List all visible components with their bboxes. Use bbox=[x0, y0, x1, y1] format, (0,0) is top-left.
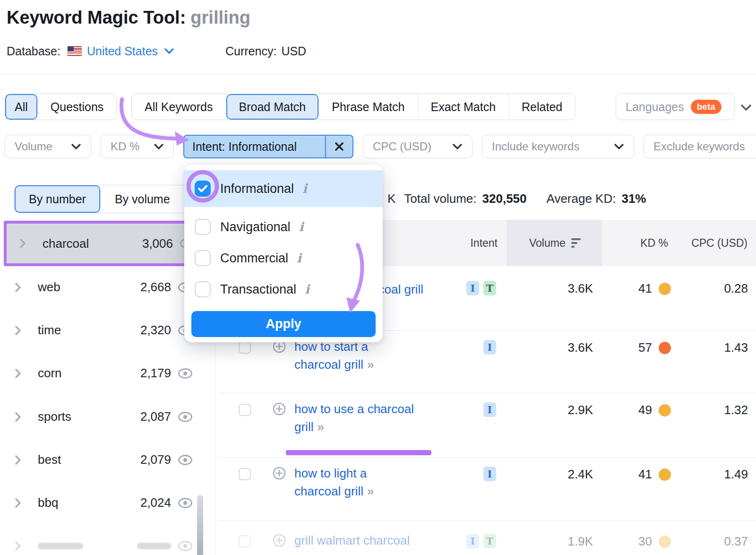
intent-badges: I bbox=[483, 340, 496, 355]
option-label[interactable]: Informational bbox=[220, 182, 294, 196]
row-checkbox[interactable] bbox=[239, 341, 251, 354]
header-kd[interactable]: KD % bbox=[640, 220, 668, 266]
sidebar-group-bbq[interactable]: bbq 2,024 bbox=[14, 481, 193, 524]
add-to-list-icon[interactable] bbox=[272, 402, 286, 416]
tab-phrase-match[interactable]: Phrase Match bbox=[319, 94, 418, 120]
header-cpc[interactable]: CPC (USD) bbox=[691, 220, 747, 266]
keyword-link[interactable]: grill walmart charcoal bbox=[294, 531, 410, 549]
chevron-right-icon[interactable] bbox=[19, 238, 26, 249]
eye-icon[interactable] bbox=[178, 368, 193, 379]
header-volume[interactable]: Volume bbox=[529, 220, 581, 266]
chevron-right-icon[interactable] bbox=[14, 497, 22, 509]
sidebar-group-count: 2,668 bbox=[140, 280, 171, 295]
add-to-list-icon[interactable] bbox=[272, 466, 286, 480]
info-icon[interactable]: i bbox=[297, 251, 301, 265]
sidebar-group-corn[interactable]: corn 2,179 bbox=[14, 352, 193, 395]
kd-filter-button[interactable]: KD % bbox=[101, 135, 174, 158]
option-navigational[interactable]: Navigational i bbox=[184, 212, 383, 242]
option-transactional[interactable]: Transactional i bbox=[184, 274, 383, 304]
chevron-right-icon[interactable] bbox=[14, 454, 22, 466]
row-checkbox[interactable] bbox=[239, 404, 251, 416]
sidebar-group-label[interactable]: bbq bbox=[38, 495, 58, 510]
expand-keyword-icon[interactable]: » bbox=[367, 357, 374, 372]
annotation-underline bbox=[286, 450, 431, 455]
languages-dropdown[interactable]: Languages beta bbox=[616, 94, 735, 120]
row-checkbox[interactable] bbox=[239, 468, 251, 480]
eye-icon[interactable] bbox=[178, 454, 193, 466]
chevron-right-icon[interactable] bbox=[14, 325, 22, 336]
info-icon[interactable]: i bbox=[305, 282, 309, 296]
intent-transactional-badge: T bbox=[483, 281, 496, 295]
info-icon[interactable]: i bbox=[299, 220, 304, 234]
database-value-link[interactable]: United States bbox=[87, 44, 158, 58]
database-selector[interactable]: Database: United States bbox=[7, 43, 175, 60]
volume-filter-button[interactable]: Volume bbox=[5, 135, 91, 158]
sidebar-group-time[interactable]: time 2,320 bbox=[14, 309, 193, 352]
tab-all[interactable]: All bbox=[5, 94, 38, 120]
sidebar-group-label[interactable]: sports bbox=[38, 409, 71, 424]
intent-filter-chip[interactable]: Intent: Informational bbox=[183, 135, 353, 158]
info-icon[interactable]: i bbox=[302, 182, 307, 196]
include-keywords-filter-button[interactable]: Include keywords bbox=[482, 135, 634, 158]
sidebar-group-count: 2,087 bbox=[140, 409, 171, 424]
tab-exact-match[interactable]: Exact Match bbox=[418, 94, 509, 120]
option-commercial[interactable]: Commercial i bbox=[184, 243, 383, 273]
checkbox-unchecked[interactable] bbox=[195, 281, 211, 297]
chevron-right-icon[interactable] bbox=[14, 282, 22, 293]
keyword-link[interactable]: how to start a charcoal grill» bbox=[294, 338, 410, 373]
eye-icon[interactable] bbox=[178, 411, 193, 423]
sidebar-group-best[interactable]: best 2,079 bbox=[14, 438, 193, 481]
option-informational[interactable]: Informational i bbox=[184, 170, 383, 207]
exclude-keywords-filter-button[interactable]: Exclude keywords bbox=[644, 135, 756, 158]
chevron-down-icon[interactable] bbox=[740, 104, 752, 112]
keyword-link[interactable]: how to light a charcoal grill» bbox=[294, 464, 410, 500]
intent-chip-label[interactable]: Intent: Informational bbox=[184, 136, 325, 157]
keyword-link[interactable]: how to use a charcoal grill» bbox=[294, 400, 434, 436]
apply-button[interactable]: Apply bbox=[191, 311, 376, 337]
kd-difficulty-dot bbox=[659, 342, 671, 354]
chevron-down-icon bbox=[71, 143, 81, 150]
expand-keyword-icon[interactable]: » bbox=[317, 420, 324, 434]
chevron-down-icon bbox=[452, 143, 463, 150]
cutoff-count bbox=[137, 543, 171, 549]
sidebar-group-label[interactable]: charcoal bbox=[43, 236, 89, 251]
expand-keyword-icon[interactable]: » bbox=[367, 484, 374, 498]
sidebar-group-partial bbox=[14, 524, 193, 555]
tab-broad-match[interactable]: Broad Match bbox=[226, 94, 319, 120]
tab-questions[interactable]: Questions bbox=[38, 94, 117, 120]
cpc-cell: 1.49 bbox=[696, 467, 748, 482]
option-label[interactable]: Transactional bbox=[220, 282, 296, 297]
cpc-filter-button[interactable]: CPC (USD) bbox=[363, 135, 472, 158]
sidebar-group-sports[interactable]: sports 2,087 bbox=[14, 395, 193, 438]
checkbox-unchecked[interactable] bbox=[195, 219, 211, 235]
chevron-right-icon[interactable] bbox=[14, 368, 22, 379]
sidebar-group-label[interactable]: time bbox=[38, 323, 61, 338]
checkbox-checked[interactable] bbox=[195, 181, 211, 197]
kd-cell: 30 bbox=[600, 534, 671, 549]
eye-icon[interactable] bbox=[178, 497, 193, 509]
kd-filter-label: KD % bbox=[111, 140, 139, 153]
row-checkbox[interactable] bbox=[239, 535, 251, 547]
chevron-right-icon[interactable] bbox=[14, 411, 22, 423]
toggle-by-volume[interactable]: By volume bbox=[101, 185, 184, 213]
option-label[interactable]: Navigational bbox=[220, 220, 291, 234]
sidebar-group-label[interactable]: best bbox=[38, 452, 61, 467]
add-to-list-icon[interactable] bbox=[272, 533, 286, 547]
sidebar-group-label[interactable]: corn bbox=[38, 366, 62, 381]
sidebar-scrollbar[interactable] bbox=[197, 495, 203, 555]
option-label[interactable]: Commercial bbox=[220, 251, 288, 266]
header-divider bbox=[0, 74, 756, 74]
tab-all-keywords[interactable]: All Keywords bbox=[132, 94, 226, 120]
kd-value: 57 bbox=[638, 340, 652, 355]
kd-value: 41 bbox=[638, 281, 652, 296]
toggle-by-number[interactable]: By number bbox=[15, 185, 101, 213]
sidebar-group-label[interactable]: web bbox=[38, 280, 60, 295]
checkbox-unchecked[interactable] bbox=[195, 250, 211, 266]
volume-cell: 2.4K bbox=[536, 467, 593, 482]
intent-chip-close-button[interactable] bbox=[326, 136, 352, 157]
tab-phrase-match-label: Phrase Match bbox=[332, 100, 404, 114]
tab-questions-label: Questions bbox=[51, 100, 104, 114]
tab-related[interactable]: Related bbox=[509, 94, 575, 120]
sidebar-group-web[interactable]: web 2,668 bbox=[14, 266, 193, 309]
sidebar-group-charcoal[interactable]: charcoal 3,006 bbox=[4, 221, 202, 266]
